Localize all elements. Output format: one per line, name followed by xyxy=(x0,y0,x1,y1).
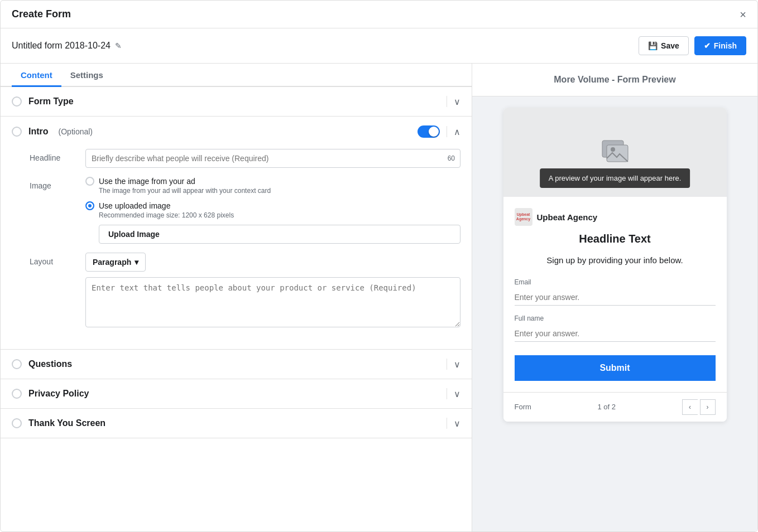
preview-field-email: Email xyxy=(515,278,716,306)
close-button[interactable]: × xyxy=(740,9,746,20)
preview-headline: Headline Text xyxy=(515,233,716,245)
section-privacy-policy-title: Privacy Policy xyxy=(28,389,89,399)
form-name: Untitled form 2018-10-24 ✎ xyxy=(12,41,122,51)
section-questions-left: Questions xyxy=(12,359,72,369)
chevron-down-icon: ∨ xyxy=(454,359,460,370)
section-intro-left: Intro (Optional) xyxy=(12,127,93,137)
section-thank-you: Thank You Screen ∨ xyxy=(1,409,472,438)
section-form-type-left: Form Type xyxy=(12,96,74,107)
section-thank-you-right: ∨ xyxy=(447,418,460,429)
preview-submit-button[interactable]: Submit xyxy=(515,355,716,381)
section-questions-right: ∨ xyxy=(447,359,460,370)
intro-toggle[interactable] xyxy=(418,125,440,138)
layout-textarea[interactable] xyxy=(85,277,460,327)
image-option-ad: Use the image from your ad The image fro… xyxy=(85,177,460,195)
preview-footer: Form 1 of 2 ‹ › xyxy=(503,392,727,422)
section-intro-body: Headline 60 Image xyxy=(1,147,472,349)
section-questions: Questions ∨ xyxy=(1,350,472,379)
tab-content[interactable]: Content xyxy=(12,64,61,87)
preview-email-input[interactable] xyxy=(515,289,716,306)
section-thank-you-radio xyxy=(12,418,22,428)
layout-select-row: Paragraph ▾ xyxy=(85,253,460,272)
toggle-thumb xyxy=(429,127,439,137)
image-field-content: Use the image from your ad The image fro… xyxy=(85,177,460,244)
modal-title: Create Form xyxy=(12,8,71,20)
preview-email-label: Email xyxy=(515,278,716,286)
save-button[interactable]: 💾 Save xyxy=(639,36,689,55)
left-panel: Content Settings Form Type xyxy=(1,64,472,531)
image-option-upload-row: Use uploaded image xyxy=(85,201,460,210)
divider xyxy=(447,126,447,137)
chevron-down-icon: ∨ xyxy=(454,96,460,107)
headline-label: Headline xyxy=(30,149,74,162)
svg-point-2 xyxy=(611,147,615,152)
chevron-down-icon: ∨ xyxy=(454,389,460,399)
image-label: Image xyxy=(30,177,74,190)
image-option-upload: Use uploaded image Recommended image siz… xyxy=(85,201,460,244)
layout-label: Layout xyxy=(30,253,74,266)
image-option-ad-row: Use the image from your ad xyxy=(85,177,460,186)
preview-footer-label: Form xyxy=(515,403,531,411)
save-icon: 💾 xyxy=(648,41,658,50)
section-thank-you-header[interactable]: Thank You Screen ∨ xyxy=(1,409,472,438)
tabs-bar: Content Settings xyxy=(1,64,472,87)
section-intro-radio xyxy=(12,127,22,137)
dropdown-arrow-icon: ▾ xyxy=(135,258,138,267)
image-radio-options: Use the image from your ad The image fro… xyxy=(85,177,460,244)
headline-input-wrapper: 60 xyxy=(85,149,460,168)
modal-body: Content Settings Form Type xyxy=(1,64,757,531)
section-thank-you-left: Thank You Screen xyxy=(12,418,105,428)
divider xyxy=(447,418,447,429)
section-questions-radio xyxy=(12,359,22,369)
preview-pagination: 1 of 2 xyxy=(597,403,616,411)
section-intro: Intro (Optional) ∧ xyxy=(1,117,472,350)
section-questions-header[interactable]: Questions ∨ xyxy=(1,350,472,379)
section-privacy-policy-header[interactable]: Privacy Policy ∨ xyxy=(1,379,472,408)
preview-title: More Volume - Form Preview xyxy=(472,64,757,96)
upload-image-button[interactable]: Upload Image xyxy=(99,225,460,244)
finish-button[interactable]: ✔ Finish xyxy=(694,36,746,55)
section-privacy-policy-left: Privacy Policy xyxy=(12,389,89,399)
image-option-ad-text: Use the image from your ad xyxy=(99,177,195,186)
preview-form-body: UpbeatAgency Upbeat Agency Headline Text… xyxy=(503,197,727,392)
section-privacy-policy-right: ∨ xyxy=(447,388,460,399)
section-form-type-radio xyxy=(12,96,22,107)
next-page-button[interactable]: › xyxy=(700,399,716,415)
image-row: Image Use the image from your ad xyxy=(30,177,460,244)
section-intro-subtitle: (Optional) xyxy=(59,127,93,136)
prev-page-button[interactable]: ‹ xyxy=(682,399,698,415)
layout-row: Layout Paragraph ▾ xyxy=(30,253,460,329)
preview-subtext: Sign up by providing your info below. xyxy=(515,254,716,267)
image-option-ad-radio[interactable] xyxy=(85,177,94,186)
layout-select-button[interactable]: Paragraph ▾ xyxy=(85,253,146,272)
brand-logo: UpbeatAgency xyxy=(515,208,532,226)
preview-field-fullname: Full name xyxy=(515,315,716,342)
image-option-upload-text: Use uploaded image xyxy=(99,201,170,210)
image-option-upload-radio[interactable] xyxy=(85,201,94,210)
section-intro-header[interactable]: Intro (Optional) ∧ xyxy=(1,117,472,147)
section-privacy-policy: Privacy Policy ∨ xyxy=(1,379,472,409)
preview-fullname-label: Full name xyxy=(515,315,716,322)
edit-form-name-icon[interactable]: ✎ xyxy=(115,41,122,50)
preview-fullname-input[interactable] xyxy=(515,326,716,342)
section-form-type-header[interactable]: Form Type ∨ xyxy=(1,87,472,116)
header-actions: 💾 Save ✔ Finish xyxy=(639,36,746,55)
section-intro-title: Intro xyxy=(28,127,49,137)
section-questions-title: Questions xyxy=(28,359,72,369)
tab-settings[interactable]: Settings xyxy=(61,64,112,87)
image-option-upload-subtext: Recommended image size: 1200 x 628 pixel… xyxy=(99,211,460,219)
phone-preview: A preview of your image will appear here… xyxy=(503,108,727,422)
layout-value: Paragraph xyxy=(93,258,131,267)
headline-input[interactable] xyxy=(85,149,460,168)
brand-name: Upbeat Agency xyxy=(537,212,598,222)
form-subheader: Untitled form 2018-10-24 ✎ 💾 Save ✔ Fini… xyxy=(1,28,757,64)
form-sections: Form Type ∨ Intro (Optiona xyxy=(1,87,472,531)
divider xyxy=(447,96,447,107)
divider xyxy=(447,388,447,399)
finish-icon: ✔ xyxy=(704,41,711,50)
chevron-up-icon: ∧ xyxy=(454,127,460,137)
preview-container: A preview of your image will appear here… xyxy=(472,96,757,531)
section-thank-you-title: Thank You Screen xyxy=(28,418,105,428)
preview-brand: UpbeatAgency Upbeat Agency xyxy=(515,208,716,226)
modal-header: Create Form × xyxy=(1,1,757,28)
